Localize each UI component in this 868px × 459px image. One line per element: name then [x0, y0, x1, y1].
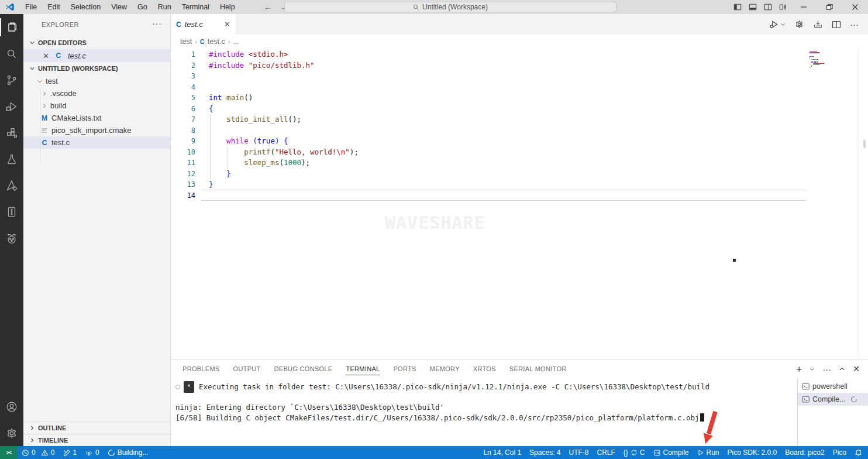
notifications-bell-icon[interactable]: [850, 446, 868, 459]
file-testc[interactable]: C test.c: [23, 136, 170, 149]
menu-selection[interactable]: Selection: [66, 0, 106, 14]
folder-build[interactable]: build: [23, 100, 170, 112]
folder-test[interactable]: test: [23, 75, 170, 87]
code-line-3[interactable]: 3: [171, 71, 868, 82]
code-line-7[interactable]: 7 stdio_init_all();: [171, 114, 868, 125]
problems-status[interactable]: 0 0: [18, 446, 58, 459]
flash-project-icon[interactable]: [813, 19, 823, 29]
code-line-1[interactable]: 1#include <stdio.h>: [171, 49, 868, 60]
remote-indicator[interactable]: ><: [0, 446, 18, 459]
breadcrumb-file[interactable]: test.c: [208, 37, 225, 46]
terminal-output[interactable]: *Executing task in folder test: C:\Users…: [171, 378, 797, 446]
menu-edit[interactable]: Edit: [42, 0, 66, 14]
code-line-11[interactable]: 11 sleep_ms(1000);: [171, 157, 868, 169]
maximize-panel-icon[interactable]: [839, 366, 845, 372]
terminal-item-powershell[interactable]: powershell: [798, 380, 868, 393]
tab-output[interactable]: OUTPUT: [233, 363, 261, 375]
pico-board-icon[interactable]: [0, 198, 23, 225]
board-selector[interactable]: Board: pico2: [781, 446, 828, 459]
code-line-10[interactable]: 10 printf("Hello, world!\n");: [171, 147, 868, 158]
code-line-9[interactable]: 9 while (true) {: [171, 136, 868, 147]
toggle-sidebar-icon[interactable]: [730, 0, 745, 14]
code-line-12[interactable]: 12 }: [171, 169, 868, 180]
code-line-6[interactable]: 6{: [171, 104, 868, 115]
indentation[interactable]: Spaces: 4: [525, 446, 564, 459]
cursor-position[interactable]: Ln 14, Col 1: [479, 446, 525, 459]
tab-testc[interactable]: C test.c ✕: [171, 14, 236, 35]
run-debug-icon[interactable]: [0, 93, 23, 119]
menu-terminal[interactable]: Terminal: [177, 0, 215, 14]
file-pico-sdk-import[interactable]: pico_sdk_import.cmake: [23, 124, 170, 136]
editor-more-actions-icon[interactable]: ···: [850, 19, 859, 29]
tab-ports[interactable]: PORTS: [392, 363, 416, 375]
restore-button[interactable]: [817, 0, 842, 14]
toggle-secondary-sidebar-icon[interactable]: [760, 0, 776, 14]
eol-sequence[interactable]: CRLF: [593, 446, 619, 459]
panel-more-actions-icon[interactable]: ···: [822, 365, 831, 374]
new-terminal-icon[interactable]: +: [796, 364, 802, 374]
pico-sdk-version[interactable]: Pico SDK: 2.0.0: [724, 446, 781, 459]
outline-section[interactable]: OUTLINE: [23, 422, 170, 434]
code-line-4[interactable]: 4: [171, 82, 868, 93]
customize-layout-icon[interactable]: [776, 0, 791, 14]
tab-close-icon[interactable]: ✕: [224, 20, 230, 29]
run-task-icon[interactable]: [769, 19, 786, 29]
source-control-icon[interactable]: [0, 67, 23, 93]
folder-vscode[interactable]: .vscode: [23, 87, 170, 100]
close-window-button[interactable]: [842, 0, 868, 14]
minimize-button[interactable]: [791, 0, 817, 14]
tab-xrtos[interactable]: XRTOS: [473, 363, 497, 375]
extensions-icon[interactable]: [0, 119, 23, 146]
workspace-section[interactable]: UNTITLED (WORKSPACE): [23, 62, 170, 75]
compile-button[interactable]: Compile: [649, 446, 693, 459]
cmake-icon[interactable]: [0, 172, 23, 198]
search-sidebar-icon[interactable]: [0, 40, 23, 67]
breadcrumb-folder[interactable]: test: [180, 37, 192, 46]
open-editors-section[interactable]: OPEN EDITORS: [23, 36, 170, 49]
tab-serial-monitor[interactable]: SERIAL MONITOR: [509, 363, 567, 375]
code-line-14[interactable]: 14: [171, 190, 868, 201]
raspberry-pi-icon[interactable]: [0, 225, 23, 251]
tab-problems[interactable]: PROBLEMS: [182, 363, 221, 375]
back-arrow-icon[interactable]: ←: [264, 2, 272, 12]
minimap[interactable]: [810, 51, 825, 70]
tab-terminal[interactable]: TERMINAL: [345, 363, 380, 375]
menu-run[interactable]: Run: [153, 0, 177, 14]
open-editor-item-testc[interactable]: ✕ C test.c: [23, 49, 170, 62]
code-line-8[interactable]: 8: [171, 125, 868, 136]
tab-debug-console[interactable]: DEBUG CONSOLE: [274, 363, 333, 375]
menu-help[interactable]: Help: [215, 0, 240, 14]
file-cmakelists[interactable]: M CMakeLists.txt: [23, 112, 170, 124]
encoding[interactable]: UTF-8: [564, 446, 593, 459]
code-line-5[interactable]: 5int main(): [171, 93, 868, 104]
menu-go[interactable]: Go: [132, 0, 153, 14]
language-mode[interactable]: {} C: [619, 446, 649, 459]
tab-memory[interactable]: MEMORY: [429, 363, 460, 375]
timeline-section[interactable]: TIMELINE: [23, 434, 170, 446]
split-editor-icon[interactable]: [832, 20, 841, 29]
account-icon[interactable]: [0, 393, 23, 420]
explorer-icon[interactable]: [0, 14, 23, 40]
configure-gear-icon[interactable]: [794, 19, 804, 29]
run-button[interactable]: Run: [693, 446, 724, 459]
close-editor-icon[interactable]: ✕: [43, 52, 49, 60]
scrollbar-thumb[interactable]: [863, 140, 866, 148]
pico-status[interactable]: Pico: [829, 446, 850, 459]
terminal-item-compile[interactable]: Compile...: [798, 393, 868, 406]
command-center-search[interactable]: Untitled (Workspace): [284, 2, 616, 12]
menu-view[interactable]: View: [106, 0, 132, 14]
breadcrumb-symbol[interactable]: ...: [233, 37, 239, 46]
terminal-dropdown-icon[interactable]: [810, 366, 815, 372]
code-line-13[interactable]: 13}: [171, 179, 868, 190]
code-editor[interactable]: 1#include <stdio.h>2#include "pico/stdli…: [171, 48, 868, 359]
tools-status[interactable]: 1: [58, 446, 81, 459]
explorer-more-actions[interactable]: ···: [152, 19, 162, 28]
menu-file[interactable]: File: [20, 0, 42, 14]
building-status[interactable]: Building...: [104, 446, 153, 459]
code-line-2[interactable]: 2#include "pico/stdlib.h": [171, 60, 868, 71]
toggle-panel-icon[interactable]: [745, 0, 760, 14]
ports-status[interactable]: 0: [81, 446, 104, 459]
settings-gear-icon[interactable]: [0, 420, 23, 446]
close-panel-icon[interactable]: ✕: [853, 365, 860, 373]
testing-beaker-icon[interactable]: [0, 146, 23, 172]
